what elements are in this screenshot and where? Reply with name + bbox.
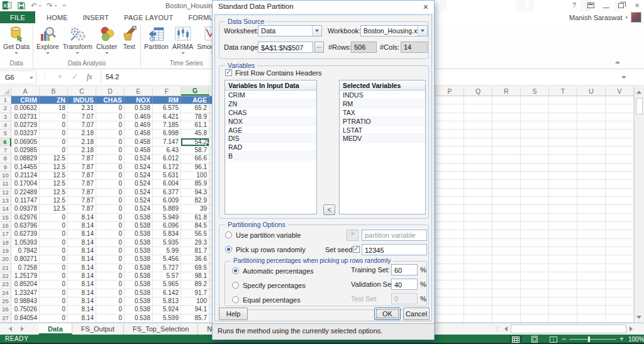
cell[interactable] [436, 272, 464, 280]
row-header-11[interactable]: 11 [0, 180, 11, 188]
cell[interactable]: 6.009 [153, 197, 181, 205]
cell[interactable]: 2.31 [68, 104, 96, 113]
cell[interactable]: 7.87 [68, 155, 96, 163]
cell[interactable] [606, 230, 634, 238]
cell[interactable] [606, 155, 634, 163]
cell[interactable] [549, 214, 577, 222]
cell[interactable] [606, 239, 634, 247]
cell[interactable]: 0.538 [125, 289, 153, 297]
cell[interactable]: 0 [96, 147, 125, 155]
cell[interactable] [606, 247, 634, 255]
cell[interactable]: 0.80271 [11, 255, 40, 264]
ribbon-tab-home[interactable]: HOME [39, 11, 75, 23]
expand-formula-bar-icon[interactable] [621, 76, 626, 79]
row-header-27[interactable]: 27 [0, 314, 11, 323]
cell[interactable]: 69.5 [181, 264, 209, 272]
cell[interactable]: 5.834 [153, 230, 181, 238]
cell[interactable]: 7.185 [153, 121, 181, 130]
specify-percentages-radio[interactable] [232, 282, 239, 289]
input-variable-item[interactable]: CRIM [225, 91, 316, 99]
cell[interactable] [436, 155, 464, 163]
cell[interactable] [549, 264, 577, 272]
cell[interactable]: 2.18 [68, 147, 96, 155]
cell[interactable] [436, 104, 464, 113]
cell[interactable]: 0.62739 [11, 230, 40, 238]
row-header-4[interactable]: 4 [0, 121, 11, 130]
cell[interactable]: 0.458 [125, 130, 153, 138]
cell[interactable] [464, 197, 492, 205]
row-header-8[interactable]: 8 [0, 155, 11, 163]
cell[interactable] [606, 205, 634, 213]
cell[interactable]: 0.524 [125, 197, 153, 205]
cell[interactable] [521, 289, 549, 297]
column-header-D[interactable]: D [96, 87, 125, 96]
cell[interactable]: 5.935 [153, 239, 181, 247]
cell[interactable] [549, 155, 577, 163]
cell[interactable] [436, 172, 464, 180]
cell[interactable]: 5.99 [153, 247, 181, 255]
cell[interactable] [492, 230, 521, 238]
cell[interactable] [492, 239, 521, 247]
cell[interactable]: 0.458 [125, 138, 153, 147]
cell[interactable] [577, 297, 606, 306]
cell[interactable] [521, 222, 549, 230]
cell[interactable] [577, 314, 606, 323]
cell[interactable] [577, 289, 606, 297]
row-header-3[interactable]: 3 [0, 113, 11, 121]
cell[interactable]: 7.87 [68, 164, 96, 172]
selected-cell-G6[interactable]: 54.2 [181, 138, 209, 147]
zoom-slider-thumb[interactable] [588, 336, 590, 342]
validation-set-input[interactable] [391, 279, 418, 290]
selected-variable-item[interactable]: INDUS [340, 91, 425, 99]
text-button[interactable]: Text [119, 25, 139, 51]
cell[interactable]: 5.813 [153, 297, 181, 306]
cell[interactable] [492, 297, 521, 306]
formula-bar-value[interactable]: 54.2 [106, 73, 119, 80]
cell[interactable]: 0.469 [125, 121, 153, 130]
cell[interactable] [492, 130, 521, 138]
cell[interactable] [464, 247, 492, 255]
cell[interactable] [549, 197, 577, 205]
row-header-23[interactable]: 23 [0, 280, 11, 289]
dropdown-arrow-icon[interactable] [75, 52, 79, 54]
row-header-20[interactable]: 20 [0, 255, 11, 264]
vertical-scrollbar[interactable] [634, 87, 644, 323]
cell[interactable] [492, 306, 521, 314]
cell[interactable] [577, 247, 606, 255]
cell[interactable]: 0 [40, 147, 68, 155]
cell[interactable]: CRIM [11, 96, 40, 104]
column-header-Q[interactable]: Q [464, 87, 492, 96]
cell[interactable]: 0 [96, 104, 125, 113]
save-icon[interactable] [18, 2, 25, 9]
cell[interactable] [606, 96, 634, 104]
help-icon[interactable]: ? [570, 1, 579, 10]
cell[interactable]: 8.14 [68, 222, 96, 230]
cell[interactable]: 0 [40, 272, 68, 280]
cell[interactable] [492, 172, 521, 180]
cell[interactable] [464, 222, 492, 230]
ribbon-tab-file[interactable]: FILE [0, 11, 35, 23]
cell[interactable] [549, 113, 577, 121]
cell[interactable]: 78.9 [181, 113, 209, 121]
cell[interactable]: 7.87 [68, 189, 96, 197]
cell[interactable] [577, 222, 606, 230]
cell[interactable] [492, 138, 521, 147]
cell[interactable]: 0.538 [125, 214, 153, 222]
cell[interactable]: 0.85204 [11, 280, 40, 289]
selected-variable-item[interactable]: TAX [340, 108, 425, 117]
row-header-21[interactable]: 21 [0, 264, 11, 272]
cell[interactable] [436, 280, 464, 289]
cell[interactable]: 6.43 [153, 147, 181, 155]
cell[interactable] [436, 197, 464, 205]
cell[interactable]: 0.11747 [11, 197, 40, 205]
cell[interactable]: 5.57 [153, 272, 181, 280]
cell[interactable] [521, 172, 549, 180]
page-break-preview-icon[interactable] [547, 335, 560, 343]
cell[interactable] [577, 130, 606, 138]
cell[interactable]: 0 [40, 306, 68, 314]
cell[interactable]: 0.63796 [11, 222, 40, 230]
cell[interactable]: 6.096 [153, 222, 181, 230]
dialog-close-icon[interactable]: × [423, 1, 428, 13]
cancel-entry-icon[interactable]: × [58, 72, 62, 81]
scroll-down-icon[interactable] [636, 316, 641, 319]
